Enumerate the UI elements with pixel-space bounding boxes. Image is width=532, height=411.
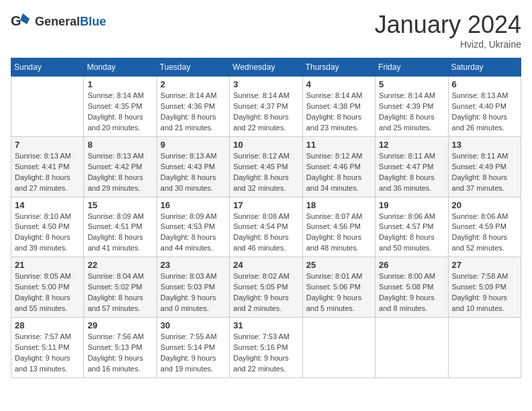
calendar-cell	[375, 318, 448, 378]
svg-marker-1	[20, 13, 30, 24]
day-number: 11	[306, 140, 371, 150]
day-number: 22	[87, 260, 152, 270]
day-number: 31	[233, 320, 298, 330]
page-header: G GeneralBlue January 2024 Hvizd, Ukrain…	[11, 11, 521, 50]
svg-text:G: G	[11, 13, 21, 28]
day-number: 4	[306, 79, 371, 89]
month-title: January 2024	[375, 11, 521, 39]
calendar-cell	[448, 318, 521, 378]
day-info: Sunrise: 8:09 AM Sunset: 4:53 PM Dayligh…	[161, 212, 226, 255]
calendar-cell: 24Sunrise: 8:02 AM Sunset: 5:05 PM Dayli…	[230, 257, 302, 318]
day-number: 26	[379, 260, 444, 270]
day-info: Sunrise: 8:11 AM Sunset: 4:49 PM Dayligh…	[452, 151, 517, 194]
calendar-cell: 31Sunrise: 7:53 AM Sunset: 5:16 PM Dayli…	[230, 318, 302, 378]
calendar-cell: 16Sunrise: 8:09 AM Sunset: 4:53 PM Dayli…	[157, 197, 229, 257]
day-number: 10	[233, 140, 298, 150]
day-info: Sunrise: 8:10 AM Sunset: 4:50 PM Dayligh…	[15, 212, 80, 255]
day-number: 29	[87, 320, 152, 330]
day-number: 24	[233, 260, 298, 270]
day-info: Sunrise: 8:14 AM Sunset: 4:36 PM Dayligh…	[161, 91, 226, 134]
calendar-cell: 25Sunrise: 8:01 AM Sunset: 5:06 PM Dayli…	[302, 257, 375, 318]
logo-blue-text: Blue	[80, 15, 106, 28]
calendar-week-row: 14Sunrise: 8:10 AM Sunset: 4:50 PM Dayli…	[11, 197, 521, 257]
calendar-cell: 21Sunrise: 8:05 AM Sunset: 5:00 PM Dayli…	[11, 257, 84, 318]
day-number: 6	[452, 79, 517, 89]
day-number: 21	[15, 260, 80, 270]
day-number: 20	[452, 200, 517, 210]
day-number: 30	[161, 320, 226, 330]
day-number: 16	[161, 200, 226, 210]
day-info: Sunrise: 8:14 AM Sunset: 4:35 PM Dayligh…	[87, 91, 152, 134]
calendar-cell: 1Sunrise: 8:14 AM Sunset: 4:35 PM Daylig…	[84, 77, 157, 137]
day-info: Sunrise: 8:14 AM Sunset: 4:39 PM Dayligh…	[379, 91, 444, 134]
day-info: Sunrise: 8:02 AM Sunset: 5:05 PM Dayligh…	[233, 271, 298, 314]
calendar-cell: 26Sunrise: 8:00 AM Sunset: 5:08 PM Dayli…	[375, 257, 448, 318]
day-of-week-header: Friday	[375, 58, 448, 77]
day-info: Sunrise: 8:07 AM Sunset: 4:56 PM Dayligh…	[306, 212, 371, 255]
day-number: 28	[15, 320, 80, 330]
day-number: 13	[452, 140, 517, 150]
day-number: 3	[233, 79, 298, 89]
day-info: Sunrise: 8:13 AM Sunset: 4:40 PM Dayligh…	[452, 91, 517, 134]
day-info: Sunrise: 7:58 AM Sunset: 5:09 PM Dayligh…	[452, 271, 517, 314]
calendar-cell: 11Sunrise: 8:12 AM Sunset: 4:46 PM Dayli…	[302, 136, 375, 197]
day-info: Sunrise: 7:55 AM Sunset: 5:14 PM Dayligh…	[161, 332, 226, 375]
day-info: Sunrise: 8:08 AM Sunset: 4:54 PM Dayligh…	[233, 212, 298, 255]
calendar-cell: 10Sunrise: 8:12 AM Sunset: 4:45 PM Dayli…	[230, 136, 302, 197]
calendar-cell: 30Sunrise: 7:55 AM Sunset: 5:14 PM Dayli…	[157, 318, 229, 378]
calendar-cell: 4Sunrise: 8:14 AM Sunset: 4:38 PM Daylig…	[302, 77, 375, 137]
calendar-cell: 13Sunrise: 8:11 AM Sunset: 4:49 PM Dayli…	[448, 136, 521, 197]
calendar-cell: 6Sunrise: 8:13 AM Sunset: 4:40 PM Daylig…	[448, 77, 521, 137]
day-number: 18	[306, 200, 371, 210]
calendar-cell	[302, 318, 375, 378]
day-info: Sunrise: 8:13 AM Sunset: 4:41 PM Dayligh…	[15, 151, 80, 194]
day-number: 9	[161, 140, 226, 150]
day-info: Sunrise: 8:13 AM Sunset: 4:43 PM Dayligh…	[161, 151, 226, 194]
calendar-cell: 3Sunrise: 8:14 AM Sunset: 4:37 PM Daylig…	[230, 77, 302, 137]
day-info: Sunrise: 8:12 AM Sunset: 4:45 PM Dayligh…	[233, 151, 298, 194]
calendar-cell: 9Sunrise: 8:13 AM Sunset: 4:43 PM Daylig…	[157, 136, 229, 197]
day-number: 14	[15, 200, 80, 210]
logo: G GeneralBlue	[11, 11, 106, 32]
day-info: Sunrise: 8:03 AM Sunset: 5:03 PM Dayligh…	[161, 271, 226, 314]
day-info: Sunrise: 8:14 AM Sunset: 4:37 PM Dayligh…	[233, 91, 298, 134]
day-number: 2	[161, 79, 226, 89]
calendar-cell: 12Sunrise: 8:11 AM Sunset: 4:47 PM Dayli…	[375, 136, 448, 197]
calendar-cell: 15Sunrise: 8:09 AM Sunset: 4:51 PM Dayli…	[84, 197, 157, 257]
calendar-week-row: 7Sunrise: 8:13 AM Sunset: 4:41 PM Daylig…	[11, 136, 521, 197]
calendar-cell: 8Sunrise: 8:13 AM Sunset: 4:42 PM Daylig…	[84, 136, 157, 197]
day-info: Sunrise: 8:00 AM Sunset: 5:08 PM Dayligh…	[379, 271, 444, 314]
calendar-cell: 22Sunrise: 8:04 AM Sunset: 5:02 PM Dayli…	[84, 257, 157, 318]
day-number: 23	[161, 260, 226, 270]
calendar-week-row: 1Sunrise: 8:14 AM Sunset: 4:35 PM Daylig…	[11, 77, 521, 137]
logo-general-text: General	[35, 15, 80, 28]
day-info: Sunrise: 8:01 AM Sunset: 5:06 PM Dayligh…	[306, 271, 371, 314]
calendar-body: 1Sunrise: 8:14 AM Sunset: 4:35 PM Daylig…	[11, 77, 521, 378]
calendar-cell: 28Sunrise: 7:57 AM Sunset: 5:11 PM Dayli…	[11, 318, 84, 378]
calendar-cell: 17Sunrise: 8:08 AM Sunset: 4:54 PM Dayli…	[230, 197, 302, 257]
day-of-week-header: Tuesday	[157, 58, 229, 77]
day-number: 17	[233, 200, 298, 210]
day-number: 25	[306, 260, 371, 270]
day-info: Sunrise: 8:09 AM Sunset: 4:51 PM Dayligh…	[87, 212, 152, 255]
day-info: Sunrise: 8:13 AM Sunset: 4:42 PM Dayligh…	[87, 151, 152, 194]
day-info: Sunrise: 8:06 AM Sunset: 4:59 PM Dayligh…	[452, 212, 517, 255]
day-number: 19	[379, 200, 444, 210]
calendar-cell: 2Sunrise: 8:14 AM Sunset: 4:36 PM Daylig…	[157, 77, 229, 137]
day-of-week-header: Sunday	[11, 58, 84, 77]
day-info: Sunrise: 8:12 AM Sunset: 4:46 PM Dayligh…	[306, 151, 371, 194]
day-info: Sunrise: 8:04 AM Sunset: 5:02 PM Dayligh…	[87, 271, 152, 314]
day-of-week-header: Thursday	[302, 58, 375, 77]
day-info: Sunrise: 8:06 AM Sunset: 4:57 PM Dayligh…	[379, 212, 444, 255]
calendar-cell: 18Sunrise: 8:07 AM Sunset: 4:56 PM Dayli…	[302, 197, 375, 257]
day-info: Sunrise: 8:05 AM Sunset: 5:00 PM Dayligh…	[15, 271, 80, 314]
logo-icon: G	[11, 11, 32, 32]
calendar-week-row: 21Sunrise: 8:05 AM Sunset: 5:00 PM Dayli…	[11, 257, 521, 318]
location-subtitle: Hvizd, Ukraine	[375, 39, 521, 50]
day-info: Sunrise: 7:53 AM Sunset: 5:16 PM Dayligh…	[233, 332, 298, 375]
calendar-cell: 23Sunrise: 8:03 AM Sunset: 5:03 PM Dayli…	[157, 257, 229, 318]
calendar-cell	[11, 77, 84, 137]
day-info: Sunrise: 8:11 AM Sunset: 4:47 PM Dayligh…	[379, 151, 444, 194]
day-info: Sunrise: 7:57 AM Sunset: 5:11 PM Dayligh…	[15, 332, 80, 375]
calendar-cell: 7Sunrise: 8:13 AM Sunset: 4:41 PM Daylig…	[11, 136, 84, 197]
